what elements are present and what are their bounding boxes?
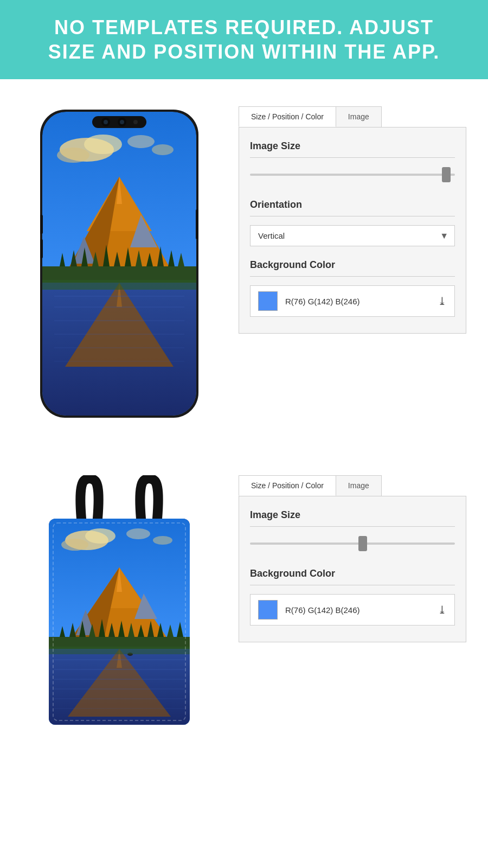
- bg-color-row-2[interactable]: R(76) G(142) B(246) ⤓: [250, 594, 455, 626]
- divider-orientation: [250, 216, 455, 216]
- phone-case-wrapper: [22, 106, 217, 421]
- svg-point-53: [126, 528, 150, 539]
- image-size-title-1: Image Size: [250, 141, 455, 152]
- svg-point-51: [85, 528, 115, 544]
- tab-image-1[interactable]: Image: [336, 106, 382, 127]
- header-title: NO TEMPLATES REQUIRED. ADJUST SIZE AND P…: [22, 15, 466, 64]
- svg-point-52: [61, 539, 88, 551]
- svg-point-6: [57, 148, 89, 163]
- tote-bag-wrapper: [22, 475, 217, 736]
- tab-size-position-color-1[interactable]: Size / Position / Color: [239, 106, 336, 127]
- slider-thumb-2[interactable]: [358, 536, 367, 551]
- product1-tabs: Size / Position / Color Image: [239, 106, 466, 127]
- divider-2: [250, 526, 455, 527]
- svg-rect-85: [49, 647, 190, 654]
- product1-control-panel: Size / Position / Color Image Image Size…: [239, 106, 466, 334]
- bg-color-title-2: Background Color: [250, 568, 455, 579]
- color-label-2: R(76) G(142) B(246): [285, 605, 430, 615]
- svg-rect-44: [40, 215, 43, 234]
- slider-thumb-1[interactable]: [442, 167, 451, 182]
- svg-rect-37: [42, 280, 196, 290]
- tote-bag-image: [33, 475, 206, 736]
- header-banner: NO TEMPLATES REQUIRED. ADJUST SIZE AND P…: [0, 0, 488, 79]
- divider-1: [250, 157, 455, 158]
- image-size-title-2: Image Size: [250, 509, 455, 521]
- product2-section: Size / Position / Color Image Image Size…: [0, 454, 488, 774]
- svg-rect-45: [40, 239, 43, 258]
- color-chevron-icon-2[interactable]: ⤓: [438, 603, 447, 616]
- svg-point-54: [153, 536, 172, 545]
- orientation-section-1: Orientation Vertical Horizontal ▼: [250, 199, 455, 246]
- color-swatch-2[interactable]: [258, 600, 278, 620]
- slider-track-1: [250, 174, 455, 176]
- bg-color-title-1: Background Color: [250, 259, 455, 271]
- svg-point-5: [84, 135, 122, 154]
- svg-point-43: [133, 120, 138, 124]
- divider-bg-color-2: [250, 585, 455, 585]
- color-swatch-1[interactable]: [258, 291, 278, 311]
- product2-tabs: Size / Position / Color Image: [239, 475, 466, 496]
- bg-color-section-1: Background Color R(76) G(142) B(246) ⤓: [250, 259, 455, 317]
- svg-rect-46: [196, 209, 198, 239]
- svg-point-41: [104, 120, 108, 124]
- product2-control-panel: Size / Position / Color Image Image Size…: [239, 475, 466, 642]
- orientation-select-wrapper-1: Vertical Horizontal ▼: [250, 225, 455, 246]
- product1-panel-body: Image Size Orientation Vertical Horizont…: [239, 127, 466, 334]
- svg-point-8: [152, 144, 174, 155]
- product1-section: Size / Position / Color Image Image Size…: [0, 79, 488, 454]
- phone-case-image: [33, 106, 206, 421]
- svg-point-42: [120, 120, 124, 124]
- orientation-select-1[interactable]: Vertical Horizontal: [250, 225, 455, 246]
- product2-panel-body: Image Size Background Color R(76) G(142)…: [239, 496, 466, 642]
- slider-track-2: [250, 542, 455, 545]
- tab-size-position-color-2[interactable]: Size / Position / Color: [239, 475, 336, 496]
- bg-color-section-2: Background Color R(76) G(142) B(246) ⤓: [250, 568, 455, 626]
- image-size-slider-1[interactable]: [250, 167, 455, 183]
- bg-color-row-1[interactable]: R(76) G(142) B(246) ⤓: [250, 285, 455, 317]
- color-label-1: R(76) G(142) B(246): [285, 297, 430, 306]
- orientation-title-1: Orientation: [250, 199, 455, 210]
- color-chevron-icon-1[interactable]: ⤓: [438, 295, 447, 308]
- image-size-slider-2[interactable]: [250, 535, 455, 552]
- svg-point-7: [127, 135, 155, 148]
- tab-image-2[interactable]: Image: [336, 475, 382, 496]
- divider-bg-color: [250, 276, 455, 277]
